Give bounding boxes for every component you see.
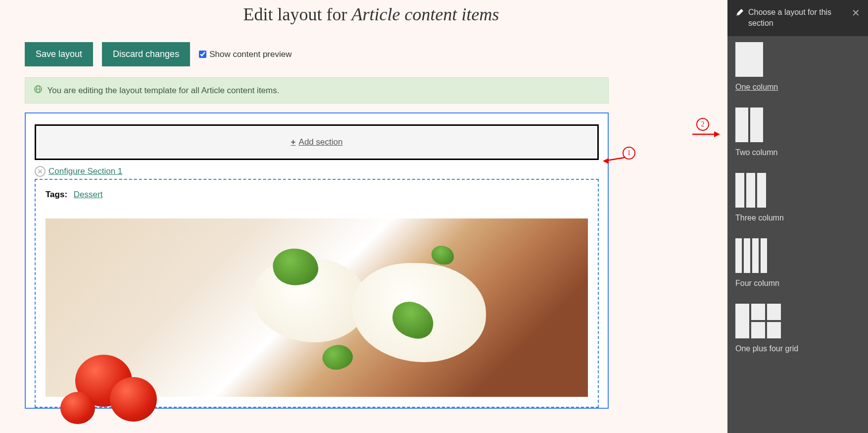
annotation-arrow-2 xyxy=(690,130,721,139)
svg-marker-4 xyxy=(603,158,609,164)
sidebar-title: Choose a layout for this section xyxy=(748,7,844,29)
add-section-button[interactable]: + Add section xyxy=(35,124,599,160)
layout-option-three-column[interactable]: Three column xyxy=(735,173,860,222)
sidebar-close-button[interactable]: ✕ xyxy=(852,7,860,19)
preview-label: Show content preview xyxy=(209,50,291,59)
info-text: You are editing the layout template for … xyxy=(47,86,279,95)
svg-line-3 xyxy=(607,158,625,161)
preview-checkbox[interactable] xyxy=(199,51,206,58)
tags-label: Tags: xyxy=(46,190,67,199)
layout-option-label: One plus four grid xyxy=(735,344,860,353)
layout-option-label: Four column xyxy=(735,279,860,288)
discard-button[interactable]: Discard changes xyxy=(102,42,190,66)
plus-icon: + xyxy=(291,137,296,147)
svg-marker-6 xyxy=(714,131,720,137)
tags-row: Tags: Dessert xyxy=(46,190,588,200)
annotation-marker-2: 2 xyxy=(696,118,709,131)
info-banner: You are editing the layout template for … xyxy=(25,77,609,104)
layout-options-list: One column Two column Three column xyxy=(727,36,868,375)
section-region[interactable]: Tags: Dessert xyxy=(35,179,599,408)
page-title: Edit layout for Article content items xyxy=(134,4,609,25)
page-title-entity: Article content items xyxy=(352,4,499,24)
page-title-prefix: Edit layout for xyxy=(243,4,352,24)
content-preview-image xyxy=(46,218,588,397)
configure-section-link[interactable]: Configure Section 1 xyxy=(48,166,122,176)
globe-icon xyxy=(34,85,42,96)
layout-option-one-column[interactable]: One column xyxy=(735,42,860,92)
add-section-label: Add section xyxy=(299,137,343,147)
layout-option-one-plus-four-grid[interactable]: One plus four grid xyxy=(735,304,860,353)
layout-option-label: Two column xyxy=(735,148,860,157)
close-icon: ✕ xyxy=(852,7,860,18)
save-button[interactable]: Save layout xyxy=(25,42,93,66)
pencil-icon xyxy=(735,9,743,19)
remove-section-button[interactable]: ✕ xyxy=(35,166,46,177)
layout-option-four-column[interactable]: Four column xyxy=(735,238,860,288)
tag-link[interactable]: Dessert xyxy=(74,190,103,199)
annotation-arrow-1 xyxy=(602,154,626,164)
layout-option-two-column[interactable]: Two column xyxy=(735,108,860,157)
sidebar-header: Choose a layout for this section ✕ xyxy=(727,0,868,36)
close-icon: ✕ xyxy=(37,167,43,175)
layout-builder: + Add section ✕ Configure Section 1 Tags… xyxy=(25,112,609,409)
layout-chooser-panel: Choose a layout for this section ✕ One c… xyxy=(727,0,868,433)
preview-toggle[interactable]: Show content preview xyxy=(199,50,291,59)
layout-option-label: One column xyxy=(735,83,860,92)
layout-option-label: Three column xyxy=(735,214,860,222)
toolbar: Save layout Discard changes Show content… xyxy=(25,42,609,66)
